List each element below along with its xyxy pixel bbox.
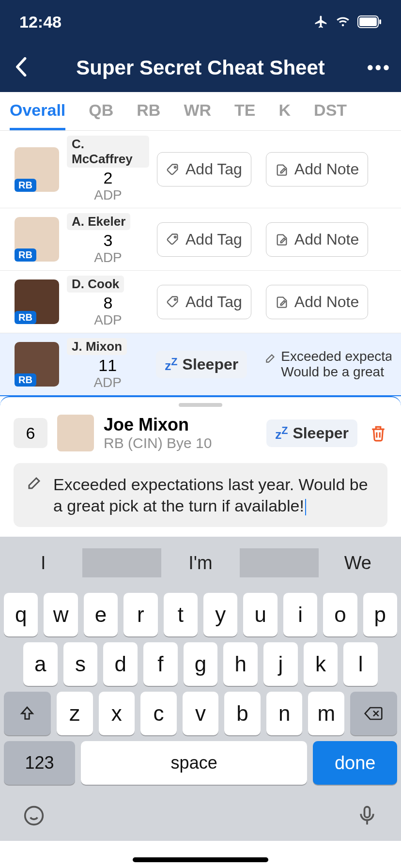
key-c[interactable]: c (140, 692, 177, 735)
key-i[interactable]: i (283, 593, 317, 636)
sleeper-icon: zZ (165, 356, 177, 373)
position-badge: RB (15, 248, 36, 262)
key-l[interactable]: l (343, 642, 378, 686)
status-bar: 12:48 (0, 0, 401, 44)
back-button[interactable] (15, 57, 34, 78)
numbers-key[interactable]: 123 (4, 741, 75, 785)
player-row[interactable]: RB C. McCaffrey 2 ADP Add Tag Add Note (0, 131, 401, 208)
sleeper-icon: zZ (275, 424, 288, 442)
key-e[interactable]: e (84, 593, 118, 636)
add-note-button[interactable]: Add Note (266, 152, 368, 186)
more-button[interactable]: ••• (367, 58, 386, 78)
emoji-button[interactable] (23, 805, 45, 826)
svg-point-3 (174, 166, 176, 168)
key-k[interactable]: k (304, 642, 338, 686)
player-row[interactable]: RB A. Ekeler 3 ADP Add Tag Add Note (0, 208, 401, 271)
backspace-key[interactable] (350, 692, 397, 735)
tab-overall[interactable]: Overall (10, 92, 65, 130)
svg-point-4 (174, 236, 176, 238)
svg-rect-1 (359, 17, 377, 26)
adp-label: ADP (67, 187, 149, 203)
note-preview[interactable]: Exceeded expecta Would be a great (264, 349, 391, 380)
tab-dst[interactable]: DST (314, 92, 347, 130)
key-x[interactable]: x (99, 692, 135, 735)
key-r[interactable]: r (123, 593, 157, 636)
position-badge: RB (15, 179, 36, 192)
key-s[interactable]: s (63, 642, 98, 686)
key-o[interactable]: o (323, 593, 357, 636)
avatar (57, 415, 94, 451)
space-key[interactable]: space (81, 741, 307, 785)
add-note-button[interactable]: Add Note (266, 222, 368, 257)
avatar: RB (15, 217, 59, 262)
key-d[interactable]: d (103, 642, 138, 686)
sheet-handle[interactable] (179, 403, 222, 407)
shift-icon (19, 705, 35, 722)
key-p[interactable]: p (363, 593, 397, 636)
key-j[interactable]: j (263, 642, 298, 686)
key-v[interactable]: v (183, 692, 219, 735)
adp-value: 2 (67, 169, 149, 187)
suggestion[interactable]: I'm (161, 553, 240, 574)
key-q[interactable]: q (4, 593, 38, 636)
player-name: A. Ekeler (67, 213, 130, 230)
key-z[interactable]: z (57, 692, 93, 735)
tab-qb[interactable]: QB (89, 92, 113, 130)
tag-icon (166, 163, 180, 176)
detail-player-sub: RB (CIN) Bye 10 (104, 435, 212, 451)
key-t[interactable]: t (164, 593, 198, 636)
add-note-button[interactable]: Add Note (266, 285, 368, 319)
tab-te[interactable]: TE (234, 92, 255, 130)
key-g[interactable]: g (184, 642, 218, 686)
sleeper-tag[interactable]: zZ Sleeper (266, 419, 357, 447)
airplane-icon (314, 15, 328, 29)
key-f[interactable]: f (143, 642, 178, 686)
delete-button[interactable] (369, 423, 387, 443)
tag-icon (166, 232, 180, 246)
tab-wr[interactable]: WR (184, 92, 211, 130)
sleeper-tag[interactable]: zZ Sleeper (156, 351, 247, 378)
key-row: z x c v b n m (4, 692, 397, 735)
player-name: C. McCaffrey (67, 136, 149, 168)
edit-icon (264, 351, 277, 365)
key-w[interactable]: w (44, 593, 77, 636)
header: Super Secret Cheat Sheet ••• (0, 44, 401, 92)
home-indicator[interactable] (133, 857, 268, 862)
player-row[interactable]: RB D. Cook 8 ADP Add Tag Add Note (0, 271, 401, 333)
adp-value: 3 (67, 231, 149, 250)
suggestion[interactable]: We (319, 553, 397, 574)
adp-value: 11 (67, 356, 148, 375)
adp-label: ADP (67, 312, 149, 328)
suggestion[interactable]: I (4, 553, 82, 574)
key-row: q w e r t y u i o p (4, 593, 397, 636)
key-a[interactable]: a (23, 642, 58, 686)
adp-label: ADP (67, 375, 148, 390)
add-tag-button[interactable]: Add Tag (157, 285, 251, 319)
key-n[interactable]: n (266, 692, 303, 735)
player-row[interactable]: RB J. Mixon 11 ADP zZ Sleeper Exceeded e… (0, 333, 401, 396)
key-y[interactable]: y (203, 593, 237, 636)
player-name: D. Cook (67, 276, 124, 293)
rank-box: 6 (14, 418, 47, 448)
mic-button[interactable] (356, 805, 378, 826)
position-tabs: Overall QB RB WR TE K DST (0, 92, 401, 131)
key-row: 123 space done (4, 741, 397, 785)
svg-rect-2 (379, 19, 381, 24)
key-m[interactable]: m (308, 692, 344, 735)
adp-value: 8 (67, 294, 149, 312)
key-u[interactable]: u (243, 593, 277, 636)
tab-k[interactable]: K (279, 92, 291, 130)
edit-icon (26, 474, 44, 491)
key-h[interactable]: h (223, 642, 258, 686)
tab-rb[interactable]: RB (137, 92, 160, 130)
player-name: J. Mixon (67, 338, 127, 355)
done-key[interactable]: done (313, 741, 397, 785)
detail-player-name: Joe Mixon (104, 415, 212, 435)
shift-key[interactable] (4, 692, 51, 735)
key-row: a s d f g h j k l (4, 642, 397, 686)
note-input[interactable]: Exceeded expectations last year. Would b… (14, 463, 387, 527)
battery-icon (357, 16, 382, 28)
add-tag-button[interactable]: Add Tag (157, 222, 251, 257)
key-b[interactable]: b (224, 692, 261, 735)
add-tag-button[interactable]: Add Tag (157, 152, 251, 186)
